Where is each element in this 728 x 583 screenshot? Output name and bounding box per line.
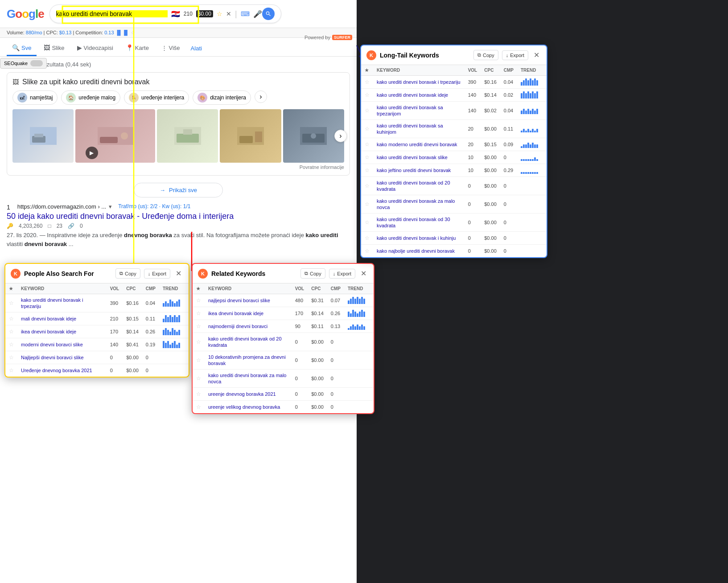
star-cell[interactable]: ☆ (361, 76, 373, 89)
image-next-button[interactable]: › (334, 130, 347, 142)
search-button[interactable] (262, 8, 275, 20)
star-cell[interactable]: ☆ (5, 294, 17, 312)
image-thumbnail-4[interactable] (220, 109, 281, 163)
kw-link[interactable]: najmoderniji dnevni boravci (208, 324, 267, 329)
image-tag-uredjenje-malog[interactable]: 🏠 uređenje malog (61, 90, 120, 105)
kw-cpc: $0.00 (481, 213, 500, 232)
bookmark-icon[interactable]: ☆ (217, 10, 222, 17)
star-cell[interactable]: ☆ (193, 320, 205, 333)
tab-vise[interactable]: ⋮ Više (156, 41, 185, 56)
kw-link[interactable]: ikea dnevni boravak ideje (208, 311, 263, 316)
kw-vol: 20 (465, 138, 481, 151)
pasf-copy-button[interactable]: ⧉ Copy (115, 268, 140, 279)
show-all-button[interactable]: → Prikaži sve (134, 183, 223, 197)
kw-link[interactable]: najljepsi dnevni boravci slike (208, 298, 270, 303)
longtail-copy-button[interactable]: ⧉ Copy (473, 50, 498, 60)
image-tag-more[interactable]: › (255, 90, 267, 103)
kw-link[interactable]: moderni dnevni boravci slike (21, 342, 83, 347)
star-cell[interactable]: ☆ (361, 195, 373, 213)
table-row: ☆ ureenje velikog dnevnog boravka 0 $0.0… (193, 401, 374, 414)
kw-link[interactable]: ikea dnevni boravak ideje (21, 329, 76, 334)
toggle-switch[interactable] (30, 60, 43, 66)
kw-link[interactable]: kako najbolje urediti dnevni boravak (377, 248, 455, 254)
star-cell[interactable]: ☆ (361, 164, 373, 177)
image-tag-namjestaj[interactable]: 🛋 namještaj (12, 90, 58, 105)
kw-link[interactable]: kako urediti dnevni boravak od 20 kvadra… (377, 180, 450, 192)
kw-cpc: $0.00 (123, 351, 142, 364)
star-cell[interactable]: ☆ (361, 213, 373, 232)
kw-link[interactable]: kako urediti dnevni boravak i trpezariju (21, 297, 83, 309)
kw-link[interactable]: kako urediti dnevni boravak od 20 kvadra… (208, 336, 282, 348)
meta-star[interactable]: ☆ (131, 30, 135, 35)
related-copy-button[interactable]: ⧉ Copy (300, 268, 325, 279)
kw-link[interactable]: kako urediti dnevni boravak sa trpezarij… (377, 105, 443, 116)
star-cell[interactable]: ☆ (193, 401, 205, 414)
play-button-icon[interactable]: ▶ (86, 147, 98, 159)
star-cell[interactable]: ☆ (361, 120, 373, 138)
kw-link[interactable]: ureenje dnevnog boravka 2021 (208, 391, 276, 397)
star-cell[interactable]: ☆ (193, 307, 205, 320)
pasf-export-button[interactable]: ↓ Export (144, 269, 170, 279)
keyboard-icon[interactable]: ⌨ (241, 10, 250, 17)
kw-link[interactable]: Najljepši dnevni boravci slike (21, 355, 84, 360)
kw-link[interactable]: Uređenje dnevnog boravka 2021 (21, 368, 92, 373)
kw-cmp: 0 (500, 151, 517, 164)
image-tag-dizajn[interactable]: 🎨 dizajn interijera (193, 90, 251, 105)
seoquake-toggle[interactable]: SEOquake (0, 58, 47, 69)
star-cell[interactable]: ☆ (193, 294, 205, 307)
result-1-title[interactable]: 50 ideja kako urediti dnevni boravak - U… (7, 212, 350, 221)
star-cell[interactable]: ☆ (193, 351, 205, 370)
related-export-button[interactable]: ↓ Export (329, 269, 355, 279)
kw-link[interactable]: kako urediti dnevni boravak ideje (377, 92, 448, 98)
microphone-icon[interactable]: 🎤 (253, 10, 262, 18)
star-cell[interactable]: ☆ (5, 338, 17, 351)
star-cell[interactable]: ☆ (361, 177, 373, 195)
star-cell[interactable]: ☆ (361, 151, 373, 164)
star-cell[interactable]: ☆ (361, 102, 373, 120)
star-cell[interactable]: ☆ (361, 89, 373, 102)
kw-link[interactable]: kako urediti dnevni boravak sa kuhinjom (377, 123, 443, 135)
kw-link[interactable]: ureenje velikog dnevnog boravka (208, 404, 280, 410)
tab-sve[interactable]: 🔍 Sve (7, 41, 37, 56)
pasf-col-star: ★ (5, 283, 17, 294)
meta-chart-icon[interactable]: ▐▌▐▌ (115, 30, 129, 35)
star-cell[interactable]: ☆ (5, 364, 17, 377)
tab-videozapisi[interactable]: ▶ Videozapisi (72, 41, 119, 56)
result-1-dropdown-icon[interactable]: ▾ (109, 203, 112, 210)
svg-point-5 (121, 132, 128, 140)
kw-link[interactable]: kako urediti dnevni boravak za malo novc… (208, 373, 286, 384)
kw-link[interactable]: kako jeftino urediti dnevni boravak (377, 168, 451, 173)
related-close-button[interactable]: ✕ (359, 269, 368, 278)
pasf-close-button[interactable]: ✕ (174, 269, 183, 278)
star-cell[interactable]: ☆ (193, 388, 205, 401)
tab-karte[interactable]: 📍 Karte (120, 41, 154, 56)
star-cell[interactable]: ☆ (193, 333, 205, 351)
tab-alati[interactable]: Alati (187, 43, 206, 53)
kw-link[interactable]: kako urediti dnevni boravak i trpezariju (377, 79, 461, 85)
image-thumbnail-1[interactable] (12, 109, 74, 163)
star-cell[interactable]: ☆ (193, 370, 205, 388)
star-cell[interactable]: ☆ (361, 232, 373, 245)
kw-link[interactable]: kako urediti dnevni boravak od 30 kvadra… (377, 217, 450, 228)
star-cell[interactable]: ☆ (361, 138, 373, 151)
search-input[interactable]: kako urediti dnevni boravak (56, 10, 168, 17)
kw-link[interactable]: kako urediti dnevni boravak slike (377, 155, 448, 160)
kw-link[interactable]: kako urediti dnevni boravak za malo novc… (377, 198, 455, 210)
star-cell[interactable]: ☆ (5, 325, 17, 338)
star-cell[interactable]: ☆ (5, 351, 17, 364)
kw-link[interactable]: 10 dekorativnih promjena za dnevni borav… (208, 354, 286, 366)
image-tag-uredjenje-interijera[interactable]: 🪑 uređenje interijera (124, 90, 189, 105)
longtail-close-button[interactable]: ✕ (532, 51, 541, 59)
clear-icon[interactable]: ✕ (226, 10, 231, 17)
search-bar[interactable]: kako urediti dnevni boravak 🇭🇷 210 $0.00… (49, 4, 281, 23)
tab-slike[interactable]: 🖼 Slike (38, 41, 70, 56)
tab-videozapisi-label: Videozapisi (84, 45, 113, 51)
kw-link[interactable]: mali dnevni boravak ideje (21, 316, 76, 321)
download-icon: ↓ (506, 53, 509, 58)
star-cell[interactable]: ☆ (361, 245, 373, 258)
star-cell[interactable]: ☆ (5, 312, 17, 325)
image-thumbnail-3[interactable] (157, 109, 218, 163)
longtail-export-button[interactable]: ↓ Export (502, 50, 528, 60)
kw-link[interactable]: kako urediti dnevni boravak i kuhinju (377, 235, 456, 241)
kw-link[interactable]: kako moderno urediti dnevni boravak (377, 142, 457, 147)
